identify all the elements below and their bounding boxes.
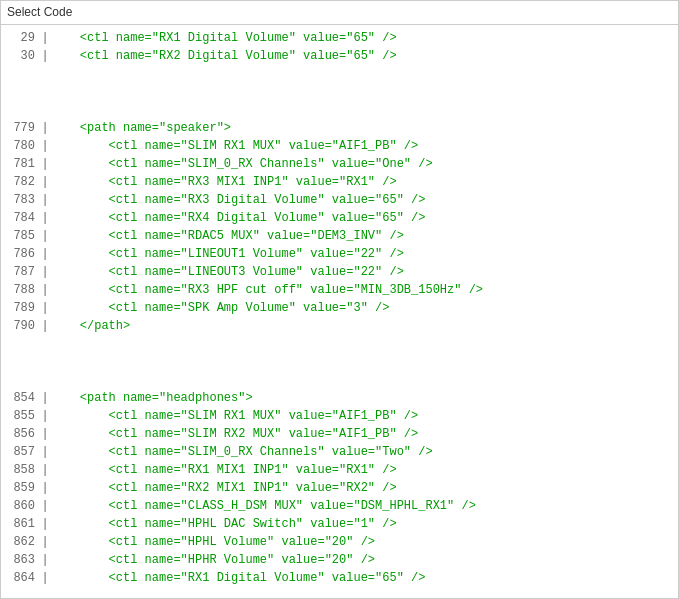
line-number: 857 [1, 443, 39, 461]
line-sep: | [39, 119, 51, 137]
line-number: 30 [1, 47, 39, 65]
line-content: <ctl name="LINEOUT1 Volume" value="22" /… [51, 245, 404, 263]
code-line: 781| <ctl name="SLIM_0_RX Channels" valu… [1, 155, 678, 173]
code-line [1, 371, 678, 389]
line-sep: | [39, 461, 51, 479]
line-content: <ctl name="RX2 MIX1 INP1" value="RX2" /> [51, 479, 397, 497]
line-content: <ctl name="SLIM RX1 MUX" value="AIF1_PB"… [51, 407, 418, 425]
line-number: 787 [1, 263, 39, 281]
line-content: <path name="headphones"> [51, 389, 253, 407]
code-line: 863| <ctl name="HPHR Volume" value="20" … [1, 551, 678, 569]
line-number: 855 [1, 407, 39, 425]
line-number: 780 [1, 137, 39, 155]
line-sep: | [39, 425, 51, 443]
code-line [1, 65, 678, 83]
line-content: </path> [51, 317, 130, 335]
line-content: <path name="speaker"> [51, 119, 231, 137]
line-number: 864 [1, 569, 39, 587]
line-sep: | [39, 281, 51, 299]
line-sep: | [39, 173, 51, 191]
line-content: <ctl name="RX1 MIX1 INP1" value="RX1" /> [51, 461, 397, 479]
line-sep: | [39, 479, 51, 497]
line-content: <ctl name="SLIM_0_RX Channels" value="On… [51, 155, 433, 173]
line-sep: | [39, 299, 51, 317]
line-content: <ctl name="RX2 Digital Volume" value="65… [51, 47, 397, 65]
app-container: Select Code 29| <ctl name="RX1 Digital V… [0, 0, 679, 599]
code-line: 855| <ctl name="SLIM RX1 MUX" value="AIF… [1, 407, 678, 425]
line-sep: | [39, 569, 51, 587]
code-area: 29| <ctl name="RX1 Digital Volume" value… [1, 25, 678, 591]
code-line [1, 335, 678, 353]
code-line: 783| <ctl name="RX3 Digital Volume" valu… [1, 191, 678, 209]
line-content: <ctl name="SPK Amp Volume" value="3" /> [51, 299, 389, 317]
line-sep: | [39, 497, 51, 515]
code-line: 30| <ctl name="RX2 Digital Volume" value… [1, 47, 678, 65]
line-content: <ctl name="RX3 Digital Volume" value="65… [51, 191, 425, 209]
header-title: Select Code [7, 5, 72, 19]
line-number: 859 [1, 479, 39, 497]
code-line: 857| <ctl name="SLIM_0_RX Channels" valu… [1, 443, 678, 461]
line-number: 860 [1, 497, 39, 515]
line-number: 783 [1, 191, 39, 209]
code-line: 780| <ctl name="SLIM RX1 MUX" value="AIF… [1, 137, 678, 155]
line-number: 29 [1, 29, 39, 47]
line-content: <ctl name="RX1 Digital Volume" value="65… [51, 29, 397, 47]
line-content: <ctl name="SLIM_0_RX Channels" value="Tw… [51, 443, 433, 461]
line-sep: | [39, 263, 51, 281]
code-line: 856| <ctl name="SLIM RX2 MUX" value="AIF… [1, 425, 678, 443]
line-sep: | [39, 317, 51, 335]
code-line: 859| <ctl name="RX2 MIX1 INP1" value="RX… [1, 479, 678, 497]
code-line: 861| <ctl name="HPHL DAC Switch" value="… [1, 515, 678, 533]
code-line: 858| <ctl name="RX1 MIX1 INP1" value="RX… [1, 461, 678, 479]
code-line: 860| <ctl name="CLASS_H_DSM MUX" value="… [1, 497, 678, 515]
line-sep: | [39, 47, 51, 65]
code-line: 789| <ctl name="SPK Amp Volume" value="3… [1, 299, 678, 317]
line-number: 785 [1, 227, 39, 245]
header: Select Code [1, 1, 678, 25]
line-content: <ctl name="SLIM RX1 MUX" value="AIF1_PB"… [51, 137, 418, 155]
line-content: <ctl name="RX1 Digital Volume" value="65… [51, 569, 425, 587]
line-number: 861 [1, 515, 39, 533]
code-line: 854| <path name="headphones"> [1, 389, 678, 407]
line-sep: | [39, 155, 51, 173]
code-line: 782| <ctl name="RX3 MIX1 INP1" value="RX… [1, 173, 678, 191]
line-number: 779 [1, 119, 39, 137]
line-number: 786 [1, 245, 39, 263]
line-number: 784 [1, 209, 39, 227]
line-sep: | [39, 245, 51, 263]
line-number: 789 [1, 299, 39, 317]
line-number: 856 [1, 425, 39, 443]
line-sep: | [39, 29, 51, 47]
line-number: 788 [1, 281, 39, 299]
code-line: 786| <ctl name="LINEOUT1 Volume" value="… [1, 245, 678, 263]
code-line [1, 101, 678, 119]
code-line: 864| <ctl name="RX1 Digital Volume" valu… [1, 569, 678, 587]
line-sep: | [39, 137, 51, 155]
line-content: <ctl name="HPHR Volume" value="20" /> [51, 551, 375, 569]
line-sep: | [39, 389, 51, 407]
line-sep: | [39, 227, 51, 245]
line-content: <ctl name="RX4 Digital Volume" value="65… [51, 209, 425, 227]
line-sep: | [39, 443, 51, 461]
code-line: 779| <path name="speaker"> [1, 119, 678, 137]
line-number: 781 [1, 155, 39, 173]
line-number: 854 [1, 389, 39, 407]
line-sep: | [39, 551, 51, 569]
line-sep: | [39, 533, 51, 551]
line-content: <ctl name="RX3 MIX1 INP1" value="RX1" /> [51, 173, 397, 191]
line-sep: | [39, 515, 51, 533]
code-line: 788| <ctl name="RX3 HPF cut off" value="… [1, 281, 678, 299]
line-number: 862 [1, 533, 39, 551]
line-sep: | [39, 407, 51, 425]
line-number: 790 [1, 317, 39, 335]
line-content: <ctl name="LINEOUT3 Volume" value="22" /… [51, 263, 404, 281]
line-content: <ctl name="RDAC5 MUX" value="DEM3_INV" /… [51, 227, 404, 245]
code-line: 29| <ctl name="RX1 Digital Volume" value… [1, 29, 678, 47]
line-sep: | [39, 191, 51, 209]
line-number: 863 [1, 551, 39, 569]
code-line [1, 353, 678, 371]
line-content: <ctl name="SLIM RX2 MUX" value="AIF1_PB"… [51, 425, 418, 443]
line-content: <ctl name="CLASS_H_DSM MUX" value="DSM_H… [51, 497, 476, 515]
line-content: <ctl name="HPHL DAC Switch" value="1" /> [51, 515, 397, 533]
code-line: 784| <ctl name="RX4 Digital Volume" valu… [1, 209, 678, 227]
